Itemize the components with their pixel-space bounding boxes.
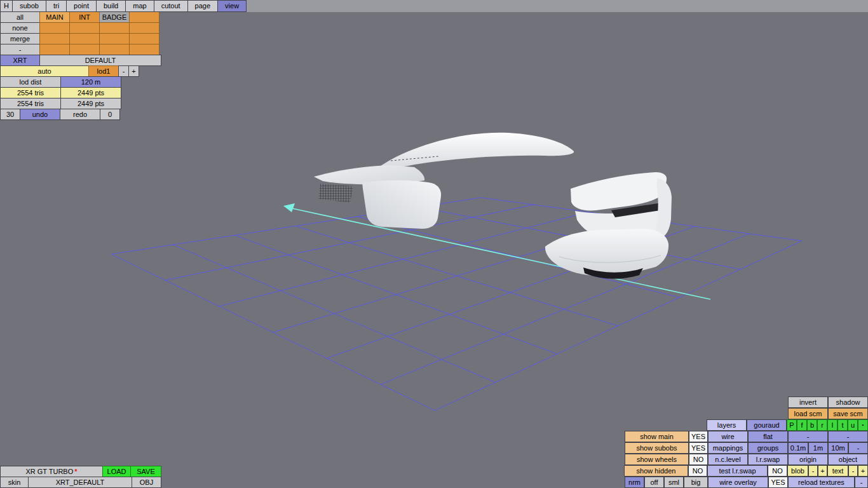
- flat-button[interactable]: flat: [748, 431, 788, 442]
- material-cell[interactable]: [129, 44, 159, 55]
- layers-button[interactable]: layers: [707, 419, 747, 431]
- material-cell[interactable]: [69, 22, 100, 34]
- view-back-button[interactable]: b: [807, 419, 817, 431]
- blob-plus-button[interactable]: +: [818, 465, 827, 477]
- nrm-big-button[interactable]: big: [684, 477, 708, 488]
- groups-button[interactable]: groups: [748, 442, 788, 454]
- bank-default-button[interactable]: DEFAULT: [39, 55, 161, 66]
- material-cell[interactable]: [99, 44, 130, 55]
- test-lr-swap-value[interactable]: NO: [768, 465, 787, 477]
- skin-name-button[interactable]: XRT_DEFAULT: [28, 477, 132, 488]
- select-none-button[interactable]: none: [0, 22, 40, 34]
- load-scm-button[interactable]: load scm: [788, 408, 828, 419]
- material-cell[interactable]: [69, 33, 100, 44]
- wire-dash-button[interactable]: -: [788, 431, 828, 442]
- show-wheels-value[interactable]: NO: [689, 454, 708, 465]
- menu-page-button[interactable]: page: [187, 0, 218, 12]
- nrm-button[interactable]: nrm: [625, 477, 644, 488]
- material-cell[interactable]: [69, 44, 100, 55]
- material-cell[interactable]: [39, 22, 70, 34]
- menu-hide-button[interactable]: H: [0, 0, 13, 12]
- view-dot-button[interactable]: •: [858, 419, 868, 431]
- mappings-button[interactable]: mappings: [708, 442, 748, 454]
- pts-total-count: 2449 pts: [60, 98, 121, 109]
- bank-xrt-button[interactable]: XRT: [0, 55, 40, 66]
- blob-button[interactable]: blob: [787, 465, 808, 477]
- show-main-button[interactable]: show main: [625, 431, 689, 442]
- undo-button[interactable]: undo: [20, 109, 60, 120]
- lod-dist-label: lod dist: [0, 76, 61, 88]
- show-subobs-value[interactable]: YES: [689, 442, 708, 454]
- save-scm-button[interactable]: save scm: [828, 408, 868, 419]
- load-button[interactable]: LOAD: [102, 466, 131, 477]
- skin-button[interactable]: skin: [0, 477, 29, 488]
- material-cell[interactable]: [39, 33, 70, 44]
- lod-plus-button[interactable]: +: [128, 65, 139, 77]
- gouraud-button[interactable]: gouraud: [747, 419, 787, 431]
- obj-button[interactable]: OBJ: [132, 477, 161, 488]
- material-int-header[interactable]: INT: [69, 11, 100, 23]
- menu-map-button[interactable]: map: [125, 0, 154, 12]
- wire-overlay-button[interactable]: wire overlay: [708, 477, 768, 488]
- lod-minus-button[interactable]: -: [118, 65, 129, 77]
- material-cell[interactable]: [39, 44, 70, 55]
- menu-build-button[interactable]: build: [96, 0, 126, 12]
- reload-textures-button[interactable]: reload textures: [788, 477, 855, 488]
- blob-minus-button[interactable]: -: [808, 465, 818, 477]
- lod-dist-value[interactable]: 120 m: [60, 76, 121, 88]
- redo-button[interactable]: redo: [60, 109, 100, 120]
- material-cell[interactable]: [99, 33, 130, 44]
- subobject-panel: all MAIN INT BADGE none merge - XRT DEFA…: [0, 11, 161, 120]
- grid-step-10m-button[interactable]: 10m: [828, 442, 848, 454]
- menu-tri-button[interactable]: tri: [46, 0, 67, 12]
- material-main-header[interactable]: MAIN: [39, 11, 70, 23]
- grid-step-dash-button[interactable]: -: [848, 442, 868, 454]
- grid-step-1m-button[interactable]: 1m: [808, 442, 828, 454]
- view-under-button[interactable]: u: [848, 419, 858, 431]
- nrm-off-button[interactable]: off: [644, 477, 664, 488]
- menu-view-button[interactable]: view: [217, 0, 247, 12]
- shadow-button[interactable]: shadow: [828, 396, 868, 408]
- wire-button[interactable]: wire: [708, 431, 748, 442]
- origin-button[interactable]: origin: [788, 454, 828, 465]
- nc-level-button[interactable]: n.c.level: [708, 454, 748, 465]
- view-right-button[interactable]: r: [817, 419, 827, 431]
- show-hidden-value[interactable]: NO: [688, 465, 707, 477]
- material-cell[interactable]: [129, 22, 159, 34]
- text-button[interactable]: text: [827, 465, 848, 477]
- text-minus-button[interactable]: -: [848, 465, 858, 477]
- nrm-sml-button[interactable]: sml: [664, 477, 684, 488]
- grid-step-01m-button[interactable]: 0.1m: [788, 442, 808, 454]
- show-subobs-button[interactable]: show subobs: [625, 442, 689, 454]
- view-top-button[interactable]: t: [837, 419, 848, 431]
- view-perspective-button[interactable]: P: [787, 419, 797, 431]
- menu-cutout-button[interactable]: cutout: [154, 0, 188, 12]
- object-button[interactable]: object: [828, 454, 868, 465]
- show-hidden-button[interactable]: show hidden: [624, 465, 688, 477]
- show-wheels-button[interactable]: show wheels: [625, 454, 689, 465]
- merge-button[interactable]: merge: [0, 33, 40, 44]
- material-cell[interactable]: [129, 33, 159, 44]
- car-name-button[interactable]: XR GT TURBO *: [0, 466, 103, 477]
- lr-swap-button[interactable]: l.r.swap: [748, 454, 788, 465]
- material-cell[interactable]: [99, 22, 130, 34]
- menu-subob-button[interactable]: subob: [12, 0, 46, 12]
- test-lr-swap-button[interactable]: test l.r.swap: [707, 465, 768, 477]
- view-front-button[interactable]: f: [797, 419, 807, 431]
- menu-point-button[interactable]: point: [66, 0, 97, 12]
- invert-button[interactable]: invert: [788, 396, 828, 408]
- material-badge-header[interactable]: BADGE: [99, 11, 130, 23]
- text-plus-button[interactable]: +: [858, 465, 868, 477]
- flat-dash-button[interactable]: -: [828, 431, 868, 442]
- reload-dash-button[interactable]: -: [855, 477, 868, 488]
- material-header-blank[interactable]: [129, 11, 159, 23]
- save-button[interactable]: SAVE: [130, 466, 161, 477]
- wire-overlay-value[interactable]: YES: [768, 477, 788, 488]
- lod-auto-button[interactable]: auto: [0, 65, 89, 77]
- show-main-value[interactable]: YES: [689, 431, 708, 442]
- menubar: H subob tri point build map cutout page …: [0, 0, 868, 12]
- view-left-button[interactable]: l: [827, 419, 837, 431]
- select-dash-button[interactable]: -: [0, 44, 40, 55]
- lod-current-button[interactable]: lod1: [88, 65, 119, 77]
- select-all-button[interactable]: all: [0, 11, 40, 23]
